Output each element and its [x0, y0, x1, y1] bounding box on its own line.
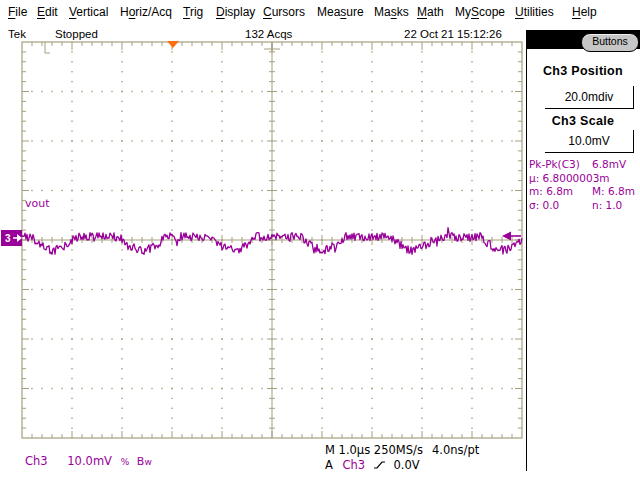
- menu-item-myscope[interactable]: MyScope: [455, 5, 505, 19]
- trace-label: vout: [25, 197, 50, 210]
- menu-item-vertical[interactable]: Vertical: [69, 5, 108, 19]
- measurement-count: n: 1.0: [592, 199, 622, 213]
- resolution-readout: 4.0ns/pt: [432, 443, 479, 457]
- menu-item-display[interactable]: Display: [216, 5, 255, 19]
- measurement-max: M: 6.8m: [592, 185, 635, 199]
- trigger-level: 0.0V: [393, 458, 419, 472]
- menu-item-horiz-acq[interactable]: Horiz/Acq: [120, 5, 172, 19]
- measurement-value: 6.8mV: [592, 158, 626, 172]
- graticule-center-rulers: [22, 42, 522, 438]
- acquisition-count: 132 Acqs: [245, 28, 292, 40]
- channel-readout: Ch3 10.0mV % Bw: [25, 454, 152, 468]
- acquisition-state: Stopped: [55, 28, 98, 40]
- measurement-stats-row: σ: 0.0 n: 1.0: [529, 199, 637, 213]
- svg-text:3: 3: [5, 233, 11, 244]
- panel-divider: [526, 30, 527, 471]
- menu-item-masks[interactable]: Masks: [374, 5, 409, 19]
- measurement-sigma-label: σ:: [529, 199, 539, 211]
- measurement-name-row: Pk-Pk(C3) 6.8mV: [529, 158, 637, 172]
- menu-bar: FileEditVerticalHoriz/AcqTrigDisplayCurs…: [0, 0, 640, 24]
- rising-edge-icon: [373, 459, 386, 471]
- ch3-position-value[interactable]: 20.0mdiv: [545, 86, 634, 109]
- channel-scale: 10.0mV: [67, 454, 112, 468]
- datetime: 22 Oct 21 15:12:26: [404, 28, 502, 40]
- measurement-minmax-row: m: 6.8m M: 6.8m: [529, 185, 637, 199]
- channel-name: Ch3: [25, 454, 48, 468]
- trigger-source: Ch3: [343, 458, 366, 472]
- menu-item-math[interactable]: Math: [417, 5, 444, 19]
- menu-item-utilities[interactable]: Utilities: [515, 5, 554, 19]
- measurement-mean-label: µ:: [529, 172, 539, 184]
- measurement-mean-row: µ: 6.8000003m: [529, 172, 637, 186]
- measurement-readout: Pk-Pk(C3) 6.8mV µ: 6.8000003m m: 6.8m M:…: [529, 158, 637, 212]
- menu-item-trig[interactable]: Trig: [183, 5, 203, 19]
- menu-item-file[interactable]: File: [8, 5, 27, 19]
- measurement-min-label: m:: [529, 185, 543, 197]
- channel3-reference-marker[interactable]: 3: [1, 230, 22, 246]
- menu-item-cursors[interactable]: Cursors: [263, 5, 305, 19]
- ch3-position-heading: Ch3 Position: [527, 64, 639, 78]
- coupling-icon: %: [121, 457, 130, 467]
- menu-item-help[interactable]: Help: [572, 5, 597, 19]
- trigger-position-marker[interactable]: [167, 41, 179, 48]
- oscilloscope-screen: 3 FileEditVerticalHoriz/AcqTrigDisplayCu…: [0, 0, 640, 480]
- measurement-name: Pk-Pk(C3): [529, 158, 580, 170]
- buttons-button[interactable]: Buttons: [581, 33, 639, 52]
- tek-logo: Tek: [8, 28, 26, 40]
- measurement-mean: 6.8000003m: [543, 172, 610, 184]
- ch3-scale-value[interactable]: 10.0mV: [545, 130, 634, 153]
- trigger-readout: A Ch3 0.0V: [325, 457, 420, 472]
- timebase-readout: M 1.0µs 250MS/s: [325, 443, 423, 457]
- menu-item-measure[interactable]: Measure: [317, 5, 364, 19]
- measurement-sigma: 0.0: [543, 199, 560, 211]
- ch3-scale-heading: Ch3 Scale: [527, 114, 639, 128]
- menu-item-edit[interactable]: Edit: [37, 5, 58, 19]
- trigger-prefix: A: [325, 458, 333, 472]
- measurement-min: 6.8m: [546, 185, 573, 197]
- bandwidth-limit-indicator: Bw: [137, 454, 152, 468]
